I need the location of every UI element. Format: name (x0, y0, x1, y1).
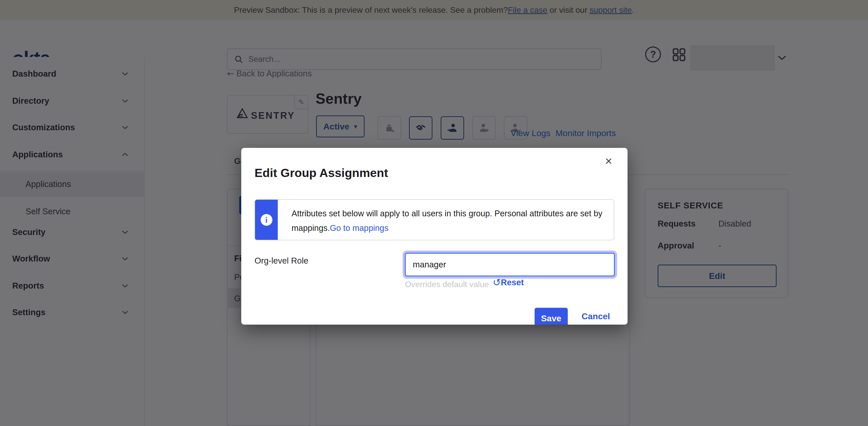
reset-label: Reset (501, 278, 524, 287)
reset-control[interactable]: ↺ Reset (493, 278, 524, 287)
modal-title: Edit Group Assignment (254, 166, 388, 180)
okta-admin-screen: Preview Sandbox: This is a preview of ne… (0, 0, 868, 426)
info-alert-strip: i (255, 200, 278, 240)
info-icon: i (261, 214, 272, 226)
edit-group-assignment-modal: × Edit Group Assignment i Attributes set… (241, 148, 627, 325)
cancel-button[interactable]: Cancel (582, 311, 610, 321)
close-icon[interactable]: × (605, 155, 612, 167)
go-to-mappings-link[interactable]: Go to mappings (330, 223, 388, 233)
reset-icon: ↺ (493, 278, 501, 287)
info-alert: i Attributes set below will apply to all… (254, 199, 614, 240)
save-button[interactable]: Save (535, 308, 568, 325)
info-alert-text: Attributes set below will apply to all u… (291, 206, 611, 236)
org-level-role-input[interactable] (405, 253, 615, 276)
org-level-role-label: Org-level Role (254, 256, 308, 266)
overrides-helper-text: Overrides default value (405, 280, 489, 289)
